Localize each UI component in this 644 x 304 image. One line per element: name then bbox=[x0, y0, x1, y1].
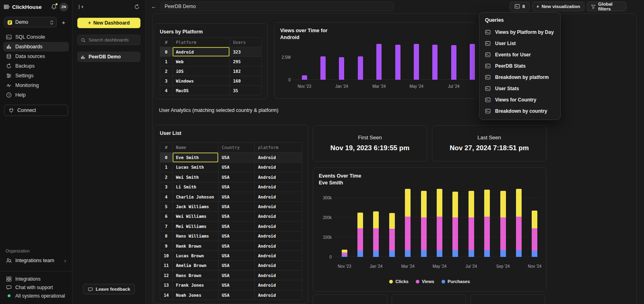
table-cell[interactable]: Mei Williams bbox=[172, 221, 218, 231]
events-bar[interactable] bbox=[336, 250, 352, 257]
table-cell[interactable]: Lucas Brown bbox=[172, 251, 218, 260]
views-bar[interactable] bbox=[444, 45, 463, 80]
sidebar-footer-all-systems-operational[interactable]: All systems operational bbox=[0, 292, 72, 300]
service-selector[interactable]: Demo bbox=[4, 17, 57, 27]
table-row[interactable]: 3Windows160 bbox=[160, 76, 261, 85]
table-row[interactable]: 4Charlie JohnsonUSAAndroid bbox=[160, 192, 302, 201]
table-cell[interactable]: Android bbox=[172, 47, 229, 56]
dashboard-title-input[interactable] bbox=[160, 2, 394, 11]
table-row[interactable]: 12Hans BrownUSAAndroid bbox=[160, 270, 302, 280]
table-cell[interactable]: Noah Jones bbox=[172, 290, 218, 300]
query-item-breakdown-by-country[interactable]: Breakdown by country bbox=[479, 105, 560, 117]
table-cell[interactable]: Hank Brown bbox=[172, 241, 218, 250]
table-cell[interactable]: Wei Smith bbox=[172, 172, 218, 182]
table-cell[interactable]: Hans Brown bbox=[172, 271, 218, 280]
events-bar[interactable] bbox=[384, 213, 400, 257]
add-service-button[interactable]: + bbox=[59, 18, 68, 27]
views-bar[interactable] bbox=[351, 56, 369, 80]
events-bar[interactable] bbox=[527, 211, 543, 257]
query-item-user-list[interactable]: User List bbox=[479, 38, 560, 49]
sidebar-item-dashboards[interactable]: Dashboards bbox=[3, 42, 69, 52]
table-row[interactable]: 0Android323 bbox=[160, 47, 261, 56]
views-bar[interactable] bbox=[426, 45, 444, 80]
table-cell[interactable]: Amelia Brown bbox=[172, 261, 218, 270]
views-bar[interactable] bbox=[407, 44, 425, 80]
new-dashboard-button[interactable]: + New Dashboard bbox=[77, 18, 140, 28]
table-row[interactable]: 5Jack WilliamsUSAAndroid bbox=[160, 201, 302, 211]
sidebar-item-settings[interactable]: Settings bbox=[3, 71, 69, 81]
table-cell[interactable]: Wei Williams bbox=[172, 212, 218, 221]
views-bar[interactable] bbox=[295, 75, 314, 80]
legend-item-clicks[interactable]: Clicks bbox=[389, 279, 408, 284]
views-bar[interactable] bbox=[388, 45, 407, 80]
table-cell[interactable]: iOS bbox=[172, 66, 229, 76]
legend-item-purchases[interactable]: Purchases bbox=[442, 279, 470, 284]
sidebar-footer-chat-with-support[interactable]: Chat with support bbox=[0, 283, 72, 292]
events-bar[interactable] bbox=[400, 189, 416, 257]
table-cell[interactable]: Hans Williams bbox=[172, 232, 218, 241]
query-item-views-for-country[interactable]: Views for Country bbox=[479, 94, 560, 105]
sidebar-footer-integrations[interactable]: Integrations bbox=[0, 275, 72, 283]
search-dashboards-input[interactable] bbox=[89, 37, 151, 42]
sidebar-item-data-sources[interactable]: Data sources bbox=[3, 52, 69, 61]
sidebar-item-sql-console[interactable]: SQL Console bbox=[3, 32, 69, 42]
table-cell[interactable]: Web bbox=[172, 57, 229, 66]
table-row[interactable]: 2iOS182 bbox=[160, 66, 261, 76]
views-bar[interactable] bbox=[314, 56, 332, 80]
notifications-button[interactable] bbox=[51, 4, 57, 10]
sidebar-item-help[interactable]: ?Help bbox=[3, 90, 69, 100]
sidebar-item-monitoring[interactable]: Monitoring bbox=[3, 81, 69, 90]
events-bar[interactable] bbox=[511, 189, 526, 257]
sidebar-item-backups[interactable]: Backups bbox=[3, 61, 69, 71]
table-row[interactable]: 14Noah JonesUSAAndroid bbox=[160, 290, 302, 300]
queries-count-button[interactable]: 8 bbox=[510, 2, 530, 11]
events-bar[interactable] bbox=[352, 213, 368, 257]
events-bar[interactable] bbox=[431, 189, 447, 257]
table-row[interactable]: 6Wei WilliamsUSAAndroid bbox=[160, 211, 302, 221]
table-row[interactable]: 3Li SmithUSAAndroid bbox=[160, 182, 302, 192]
table-cell[interactable]: MacOS bbox=[172, 86, 229, 95]
query-item-views-by-platform-by-day[interactable]: Views by Platform by Day bbox=[479, 27, 560, 38]
new-visualization-button[interactable]: + New visualization bbox=[532, 2, 584, 11]
query-item-peerdb-stats[interactable]: PeerDB Stats bbox=[479, 60, 560, 72]
leave-feedback-button[interactable]: Leave feedback bbox=[83, 284, 135, 294]
events-bar[interactable] bbox=[463, 191, 479, 257]
query-item-events-for-user[interactable]: Events for User bbox=[479, 49, 560, 60]
legend-item-views[interactable]: Views bbox=[416, 279, 434, 284]
table-row[interactable]: 8Hans WilliamsUSAAndroid bbox=[160, 231, 302, 241]
query-item-user-stats[interactable]: User Stats bbox=[479, 83, 560, 94]
table-row[interactable]: 10Lucas BrownUSAAndroid bbox=[160, 250, 302, 260]
table-row[interactable]: 9Hank BrownUSAAndroid bbox=[160, 241, 302, 250]
user-avatar[interactable]: ZN bbox=[60, 3, 68, 11]
back-button[interactable]: ← bbox=[150, 2, 158, 10]
table-cell[interactable]: Frank Jones bbox=[172, 280, 218, 290]
table-cell[interactable]: Jack Williams bbox=[172, 202, 218, 211]
global-filters-button[interactable]: Global filters bbox=[587, 2, 626, 11]
table-row[interactable]: 11Amelia BrownUSAAndroid bbox=[160, 261, 302, 270]
table-cell[interactable]: Windows bbox=[172, 76, 229, 85]
table-row[interactable]: 1Web295 bbox=[160, 56, 261, 66]
collapse-panel-icon[interactable] bbox=[78, 4, 84, 10]
views-bar[interactable] bbox=[332, 57, 351, 80]
events-bar[interactable] bbox=[479, 190, 495, 257]
query-item-breakdown-by-platform[interactable]: Breakdown by platform bbox=[479, 72, 560, 83]
table-cell[interactable]: Eve Smith bbox=[172, 153, 218, 162]
views-bar[interactable] bbox=[370, 44, 388, 80]
refresh-icon[interactable] bbox=[134, 4, 140, 10]
table-cell[interactable]: Lucas Smith bbox=[172, 163, 218, 172]
sidebar-item-integrations-team[interactable]: Integrations team › bbox=[3, 256, 69, 265]
table-row[interactable]: 2Wei SmithUSAAndroid bbox=[160, 172, 302, 182]
events-bar[interactable] bbox=[416, 191, 431, 257]
table-row[interactable]: 4MacOS35 bbox=[160, 85, 261, 95]
table-row[interactable]: 13Frank JonesUSAAndroid bbox=[160, 280, 302, 290]
table-row[interactable]: 0Eve SmithUSAAndroid bbox=[160, 152, 302, 162]
table-row[interactable]: 1Lucas SmithUSAAndroid bbox=[160, 162, 302, 172]
table-cell[interactable]: Li Smith bbox=[172, 182, 218, 192]
connect-button[interactable]: Connect bbox=[4, 105, 68, 116]
table-row[interactable]: 7Mei WilliamsUSAAndroid bbox=[160, 221, 302, 231]
table-cell[interactable]: Charlie Johnson bbox=[172, 192, 218, 201]
events-bar[interactable] bbox=[448, 192, 463, 257]
events-bar[interactable] bbox=[495, 191, 511, 257]
events-bar[interactable] bbox=[368, 211, 384, 257]
dashboard-item-peerdb-demo[interactable]: PeerDB Demo bbox=[77, 52, 140, 62]
